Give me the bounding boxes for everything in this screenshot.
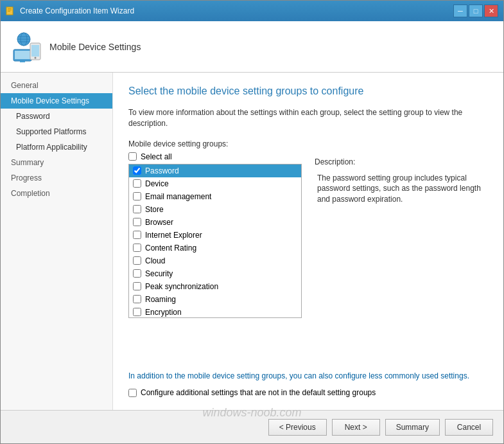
select-all-label: Select all [141,152,172,161]
list-item[interactable]: Content Rating [129,242,301,254]
next-button[interactable]: Next > [332,419,380,436]
list-item-label: Password [145,166,179,175]
list-item-label: Browser [145,218,173,227]
right-column: Description: The password setting group … [315,139,488,361]
bottom-note: In addition to the mobile device setting… [128,371,488,382]
sidebar-item-supported-platforms[interactable]: Supported Platforms [1,124,112,139]
two-col-layout: Mobile device setting groups: Select all… [128,139,488,361]
list-item[interactable]: Email management [129,190,301,203]
content-rating-checkbox[interactable] [133,244,141,252]
sidebar-item-password[interactable]: Password [1,109,112,124]
list-item-label: Security [145,269,173,278]
main-panel: Select the mobile device setting groups … [113,73,503,410]
title-bar-left: Create Configuration Item Wizard [6,6,134,16]
header-band: Mobile Device Settings [1,21,503,73]
select-all-row: Select all [128,152,302,161]
svg-rect-2 [8,10,12,10]
description-text: To view more information about the setti… [128,107,488,129]
summary-button[interactable]: Summary [385,419,440,436]
header-title: Mobile Device Settings [49,42,141,52]
security-checkbox[interactable] [133,269,141,278]
selected-description: The password setting group includes typi… [315,170,488,208]
device-checkbox[interactable] [133,179,141,188]
list-item-label: Store [145,205,164,214]
sidebar-item-general[interactable]: General [1,78,112,93]
peak-sync-checkbox[interactable] [133,282,141,290]
cloud-checkbox[interactable] [133,256,141,265]
list-item[interactable]: Browser [129,216,301,229]
store-checkbox[interactable] [133,205,141,213]
setting-groups-list[interactable]: Password Device Email management St [128,164,302,318]
sidebar-item-summary[interactable]: Summary [1,155,112,170]
list-item[interactable]: Password [129,164,301,177]
svg-rect-3 [8,11,10,12]
select-all-checkbox[interactable] [128,152,137,161]
list-item-label: Internet Explorer [145,231,202,240]
list-item[interactable]: Cloud [129,254,301,267]
left-column: Mobile device setting groups: Select all… [128,139,302,361]
encryption-checkbox[interactable] [133,308,141,316]
previous-button[interactable]: < Previous [268,419,327,436]
list-item-label: Email management [145,192,211,201]
list-item-label: Encryption [145,308,182,317]
title-controls: ─ □ ✕ [453,4,498,17]
roaming-checkbox[interactable] [133,295,141,303]
svg-rect-1 [8,8,12,9]
content-area: General Mobile Device Settings Password … [1,73,503,410]
additional-settings-label: Configure additional settings that are n… [141,388,376,397]
internet-explorer-checkbox[interactable] [133,231,141,239]
close-button[interactable]: ✕ [484,4,498,17]
app-icon [6,6,16,16]
list-item[interactable]: Roaming [129,293,301,306]
password-checkbox[interactable] [133,166,141,175]
svg-point-10 [35,57,37,58]
main-title: Select the mobile device setting groups … [128,85,488,97]
minimize-button[interactable]: ─ [453,4,467,17]
list-item[interactable]: Store [129,203,301,216]
list-item-label: Peak synchronization [145,282,218,291]
list-item-label: Device [145,179,169,188]
list-item-label: Cloud [145,256,165,265]
email-management-checkbox[interactable] [133,192,141,200]
browser-checkbox[interactable] [133,218,141,226]
list-item[interactable]: Security [129,267,301,280]
list-item-label: Content Rating [145,244,196,253]
title-bar: Create Configuration Item Wizard ─ □ ✕ [1,1,503,21]
header-icon [11,31,42,62]
list-item[interactable]: Internet Explorer [129,229,301,242]
wizard-window: Create Configuration Item Wizard ─ □ ✕ [0,0,504,444]
additional-settings-row: Configure additional settings that are n… [128,388,488,397]
footer: < Previous Next > Summary Cancel [1,410,503,443]
list-item[interactable]: Peak synchronization [129,280,301,293]
list-item[interactable]: Device [129,177,301,190]
title-text: Create Configuration Item Wizard [20,6,134,15]
sidebar-item-completion[interactable]: Completion [1,186,112,201]
description-col-label: Description: [315,157,488,166]
sidebar-item-platform-applicability[interactable]: Platform Applicability [1,139,112,155]
svg-rect-5 [15,51,30,59]
additional-settings-checkbox[interactable] [128,389,137,397]
svg-rect-9 [31,45,39,57]
list-item[interactable]: Encryption [129,306,301,318]
sidebar-item-mobile-device-settings[interactable]: Mobile Device Settings [1,93,112,109]
sidebar: General Mobile Device Settings Password … [1,73,113,410]
groups-label: Mobile device setting groups: [128,139,302,148]
svg-rect-6 [20,61,25,62]
cancel-button[interactable]: Cancel [445,419,493,436]
sidebar-item-progress[interactable]: Progress [1,170,112,186]
list-item-label: Roaming [145,295,176,304]
maximize-button[interactable]: □ [469,4,483,17]
